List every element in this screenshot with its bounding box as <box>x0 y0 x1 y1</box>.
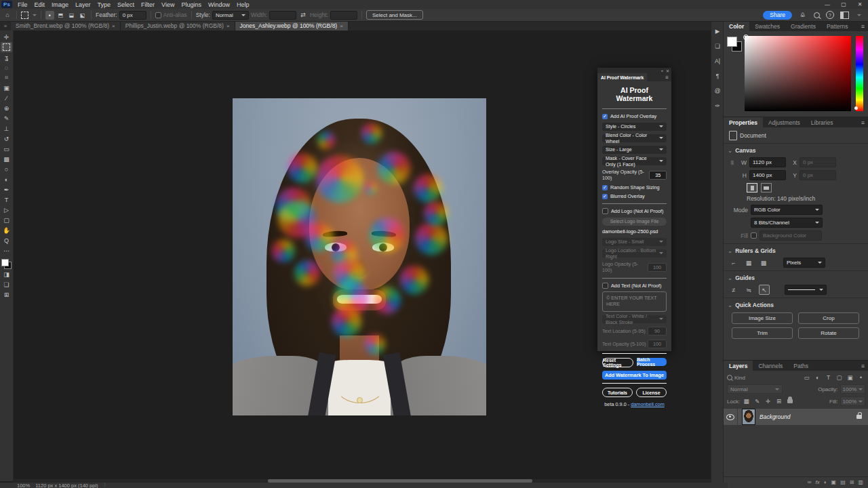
panel-menu-icon[interactable]: ≡ <box>857 361 868 371</box>
bit-depth-dropdown[interactable]: 8 Bits/Channel <box>751 218 823 228</box>
type-tool[interactable]: T <box>1 195 12 205</box>
eraser-tool[interactable]: ▭ <box>1 144 12 154</box>
overlay-opacity-input[interactable]: 35 <box>649 171 667 180</box>
close-button[interactable]: ✕ <box>852 0 868 9</box>
units-dropdown[interactable]: Pixels <box>783 258 825 268</box>
share-button[interactable]: Share <box>763 11 792 20</box>
adjustment-layer-icon[interactable]: ◐ <box>824 479 827 485</box>
ruler-icon[interactable]: ⌐ <box>729 258 738 267</box>
delete-layer-icon[interactable]: ▥ <box>858 479 863 485</box>
guide-style-dropdown[interactable] <box>785 285 827 295</box>
panel-menu-icon[interactable]: ≡ <box>857 117 868 127</box>
frame-tool[interactable]: ▣ <box>1 83 12 93</box>
layer-lock-icon[interactable] <box>856 415 862 419</box>
menu-plugins[interactable]: Plugins <box>178 1 205 8</box>
lock-position-icon[interactable]: ✛ <box>764 397 772 405</box>
bell-icon[interactable]: 🕭 <box>798 12 808 18</box>
random-shape-checkbox[interactable]: ✓ <box>602 185 608 190</box>
move-guides-icon[interactable]: ↖ <box>759 285 770 295</box>
crop-button[interactable]: Crop <box>798 312 859 324</box>
tab-adjustments[interactable]: Adjustments <box>763 117 806 127</box>
menu-layer[interactable]: Layer <box>72 1 94 8</box>
character-panel-icon[interactable]: A| <box>713 56 722 65</box>
panel-menu-icon[interactable]: ≡ <box>857 21 868 31</box>
comments-panel-icon[interactable]: ❏ <box>713 41 722 50</box>
tab-gradients[interactable]: Gradients <box>785 21 821 31</box>
landscape-orientation-button[interactable] <box>761 183 772 192</box>
blend-color-dropdown[interactable]: Blend Color - Color Wheel <box>602 134 667 142</box>
lock-transparency-icon[interactable]: ▦ <box>742 397 751 405</box>
rotate-button[interactable]: Rotate <box>798 327 859 339</box>
maximize-button[interactable]: ▢ <box>835 0 852 9</box>
opacity-value[interactable]: 100% <box>840 384 865 394</box>
filter-toggle-icon[interactable]: • <box>856 373 865 382</box>
layer-visibility-toggle[interactable] <box>724 409 738 425</box>
anti-alias-checkbox[interactable] <box>155 12 161 18</box>
document-image[interactable] <box>233 98 486 415</box>
tab-smith-brent[interactable]: Smith_Brent.webp @ 100% (RGB/8) × <box>11 21 121 30</box>
menu-type[interactable]: Type <box>94 1 115 8</box>
edit-toolbar-icon[interactable]: ⋯ <box>1 245 12 256</box>
tab-swatches[interactable]: Swatches <box>749 21 785 31</box>
collapse-icon[interactable]: ⌄ <box>728 274 732 281</box>
history-brush-tool[interactable]: ↺ <box>1 134 12 144</box>
add-overlay-checkbox[interactable]: ✓ <box>602 114 608 119</box>
color-swatches[interactable] <box>727 37 742 52</box>
path-selection-tool[interactable]: ▷ <box>1 205 12 215</box>
add-text-checkbox[interactable] <box>602 283 608 289</box>
hue-slider-marker[interactable] <box>854 106 858 110</box>
batch-process-button[interactable]: Batch Process <box>637 358 667 366</box>
text-location-input[interactable]: 90 <box>648 327 667 336</box>
foreground-color-swatch[interactable] <box>1 259 9 266</box>
blur-tool[interactable]: ○ <box>1 164 12 174</box>
color-mode-dropdown[interactable]: RGB Color <box>751 205 823 215</box>
feather-input[interactable]: 0 px <box>119 11 146 20</box>
lock-artboard-icon[interactable]: ⊞ <box>774 397 783 405</box>
text-color-dropdown[interactable]: Text Color - White / Black Stroke <box>602 315 667 323</box>
brush-tool[interactable]: ✎ <box>1 113 12 123</box>
trim-button[interactable]: Trim <box>732 327 793 339</box>
hue-slider[interactable] <box>856 36 863 111</box>
style-dropdown[interactable]: Normal <box>212 11 249 20</box>
tab-libraries[interactable]: Libraries <box>806 117 839 127</box>
guides-icon[interactable]: ≠ <box>729 285 738 294</box>
menu-edit[interactable]: Edit <box>31 1 49 8</box>
lasso-tool[interactable]: ʓ <box>1 52 12 62</box>
filter-smart-object-icon[interactable]: ▣ <box>846 373 854 382</box>
canvas-x-input[interactable]: 0 px <box>800 157 836 167</box>
kind-filter-label[interactable]: Kind <box>734 375 745 381</box>
fill-value[interactable]: 100% <box>840 396 865 406</box>
layer-effects-icon[interactable]: fx <box>816 479 820 485</box>
tab-channels[interactable]: Channels <box>753 361 788 371</box>
subtract-selection-button[interactable]: ⬓ <box>67 11 76 20</box>
reset-settings-button[interactable]: Reset Settings <box>602 358 633 367</box>
marquee-tool[interactable] <box>1 42 12 52</box>
workspace-icon[interactable] <box>840 12 849 19</box>
filter-type-icon[interactable]: T <box>824 373 833 382</box>
pen-tool[interactable]: ✒ <box>1 184 12 195</box>
status-chevron-icon[interactable]: 〉 <box>104 482 109 488</box>
menu-file[interactable]: File <box>14 1 31 8</box>
help-icon[interactable]: ? <box>826 11 834 19</box>
blend-mode-dropdown[interactable]: Normal <box>727 384 783 394</box>
actions-panel-icon[interactable]: ▶ <box>713 26 722 35</box>
tab-phillips-justin[interactable]: Phillips_Justin.webp @ 100% (RGB/8) × <box>121 21 235 30</box>
layer-row-background[interactable]: Background <box>724 409 868 425</box>
canvas-y-input[interactable]: 0 px <box>800 170 836 180</box>
gesture-panel-icon[interactable]: ✑ <box>713 101 722 110</box>
screen-mode-extra-button[interactable]: ⊞ <box>1 289 12 300</box>
home-icon[interactable]: ⌂ <box>3 12 12 18</box>
zoom-tool[interactable]: Q <box>1 235 12 245</box>
menu-select[interactable]: Select <box>114 1 138 8</box>
fill-value[interactable]: Background Color <box>760 230 822 241</box>
layer-mask-icon[interactable]: ▣ <box>831 479 837 485</box>
filter-adjustment-icon[interactable]: ◐ <box>813 373 822 382</box>
toolbar-collapse-icon[interactable]: » <box>0 21 11 30</box>
link-dimensions-icon[interactable]: ∞ <box>729 159 736 166</box>
quick-mask-button[interactable]: ◨ <box>1 269 12 279</box>
lock-pixels-icon[interactable]: ✎ <box>753 397 762 405</box>
crop-tool[interactable]: ⌗ <box>1 73 12 83</box>
chevron-down-icon[interactable] <box>33 14 37 16</box>
logo-location-dropdown[interactable]: Logo Location - Bottom Right <box>602 249 667 258</box>
color-picker-marker[interactable] <box>743 35 749 40</box>
